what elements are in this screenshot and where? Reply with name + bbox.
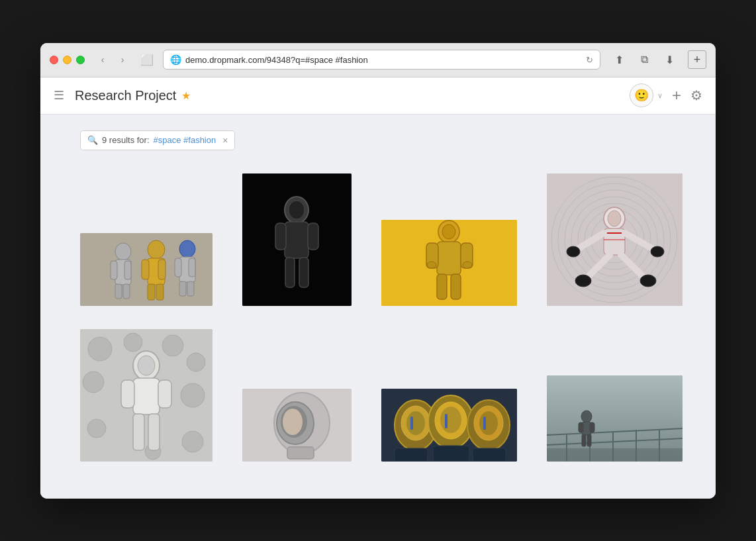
share-button[interactable]: ⬆ <box>610 50 628 69</box>
svg-point-87 <box>440 407 461 433</box>
svg-rect-71 <box>121 380 134 408</box>
new-tab-button[interactable]: + <box>688 50 706 69</box>
svg-rect-34 <box>451 274 461 299</box>
svg-point-79 <box>283 409 303 435</box>
svg-rect-72 <box>158 380 171 408</box>
settings-button[interactable]: ⚙ <box>690 87 702 103</box>
svg-rect-92 <box>433 446 469 462</box>
svg-rect-24 <box>308 223 318 250</box>
close-button[interactable] <box>50 56 58 64</box>
browser-window: ‹ › ⬜ 🌐 ↻ ⬆ ⧉ ⬇ + ☰ Research Project ★ 🙂… <box>40 43 716 499</box>
svg-rect-18 <box>187 281 194 296</box>
svg-rect-110 <box>587 434 591 446</box>
svg-rect-5 <box>115 284 122 299</box>
search-icon: 🔍 <box>87 135 98 145</box>
url-input[interactable] <box>185 55 586 65</box>
svg-rect-30 <box>437 242 461 275</box>
menu-button[interactable]: ☰ <box>54 88 64 103</box>
svg-rect-23 <box>275 223 286 250</box>
forward-button[interactable]: › <box>114 51 131 68</box>
svg-point-52 <box>567 246 580 257</box>
svg-rect-11 <box>148 284 155 300</box>
svg-rect-10 <box>158 260 165 279</box>
svg-point-63 <box>83 371 104 393</box>
svg-point-7 <box>148 240 165 259</box>
search-bar: 🔍 9 results for: #space #fashion × <box>80 130 235 150</box>
svg-point-90 <box>479 411 498 435</box>
svg-point-35 <box>427 262 436 268</box>
svg-point-21 <box>289 201 305 219</box>
svg-rect-107 <box>579 422 583 432</box>
svg-rect-91 <box>395 448 428 462</box>
svg-rect-33 <box>437 274 447 299</box>
svg-point-56 <box>575 275 591 287</box>
svg-point-59 <box>88 337 112 361</box>
content-area: 🔍 9 results for: #space #fashion × <box>40 115 716 499</box>
reload-icon[interactable]: ↻ <box>586 55 593 65</box>
app-toolbar: ☰ Research Project ★ 🙂 ∨ + ⚙ <box>40 77 716 115</box>
svg-rect-93 <box>473 448 506 462</box>
svg-point-1 <box>115 243 131 260</box>
svg-rect-80 <box>287 447 314 459</box>
svg-rect-111 <box>547 448 683 462</box>
svg-point-13 <box>179 240 195 258</box>
minimize-button[interactable] <box>63 56 71 64</box>
clear-search-button[interactable]: × <box>222 135 228 146</box>
image-item[interactable] <box>547 375 683 462</box>
maximize-button[interactable] <box>76 56 85 64</box>
svg-rect-22 <box>285 222 308 258</box>
tab-icon: ⬜ <box>140 54 154 66</box>
svg-point-66 <box>182 431 203 452</box>
svg-rect-73 <box>133 414 144 450</box>
svg-point-61 <box>162 335 183 356</box>
project-title: Research Project ★ <box>75 88 191 103</box>
svg-point-64 <box>181 383 205 407</box>
svg-rect-26 <box>299 258 308 287</box>
search-results-text: 9 results for: <box>102 135 150 145</box>
project-title-text: Research Project <box>75 88 176 103</box>
svg-rect-15 <box>175 258 181 277</box>
image-item[interactable] <box>80 329 213 462</box>
svg-point-29 <box>442 224 455 239</box>
chevron-down-icon[interactable]: ∨ <box>657 91 663 100</box>
svg-rect-12 <box>156 284 164 300</box>
svg-point-46 <box>608 211 621 226</box>
image-item[interactable] <box>381 389 517 462</box>
image-item[interactable] <box>547 173 683 306</box>
image-item[interactable] <box>80 233 213 306</box>
svg-point-62 <box>187 353 205 371</box>
add-button[interactable]: + <box>672 87 681 103</box>
address-bar[interactable]: 🌐 ↻ <box>163 50 600 70</box>
browser-toolbar-right: ⬆ ⧉ ⬇ + <box>610 50 706 69</box>
svg-point-105 <box>581 411 592 422</box>
svg-rect-94 <box>410 417 413 430</box>
svg-rect-74 <box>148 414 160 450</box>
svg-rect-9 <box>142 260 149 279</box>
title-bar: ‹ › ⬜ 🌐 ↻ ⬆ ⧉ ⬇ + <box>40 43 716 77</box>
svg-point-36 <box>463 262 472 268</box>
search-tags: #space #fashion <box>154 135 216 145</box>
download-button[interactable]: ⬇ <box>660 50 679 69</box>
svg-rect-4 <box>124 261 131 279</box>
svg-rect-16 <box>189 258 195 277</box>
svg-rect-17 <box>179 281 186 296</box>
image-item[interactable] <box>242 389 352 462</box>
image-grid <box>80 170 676 462</box>
toolbar-actions: 🙂 ∨ + ⚙ <box>630 83 702 107</box>
svg-rect-6 <box>123 284 130 299</box>
svg-point-84 <box>406 411 425 435</box>
avatar-button[interactable]: 🙂 <box>630 83 653 107</box>
svg-rect-70 <box>133 378 160 415</box>
star-icon[interactable]: ★ <box>181 89 191 102</box>
image-item[interactable] <box>242 173 352 306</box>
image-item[interactable] <box>381 220 517 306</box>
svg-rect-25 <box>285 258 295 287</box>
pip-button[interactable]: ⧉ <box>635 50 653 69</box>
svg-point-69 <box>138 356 155 375</box>
svg-rect-96 <box>483 417 486 430</box>
nav-buttons: ‹ › <box>94 51 131 68</box>
svg-point-60 <box>124 333 142 352</box>
svg-point-65 <box>87 419 106 438</box>
back-button[interactable]: ‹ <box>94 51 111 68</box>
svg-point-53 <box>651 246 664 257</box>
